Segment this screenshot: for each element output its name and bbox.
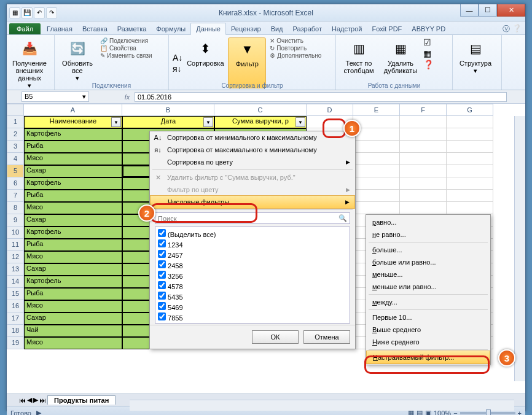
whatif-icon[interactable]: ❓ xyxy=(423,60,434,69)
filter-search-box[interactable]: 🔍 xyxy=(155,212,350,224)
maximize-button[interactable]: ☐ xyxy=(479,4,497,17)
filter-value-checkbox[interactable]: 3256 xyxy=(157,270,348,281)
sort-desc-icon[interactable]: я↓ xyxy=(173,64,182,74)
filter-value-checkbox[interactable]: 7855 xyxy=(157,312,348,322)
zoom-in-icon[interactable]: + xyxy=(518,409,522,416)
filter-value-checkbox[interactable]: 5469 xyxy=(157,301,348,312)
row-header[interactable]: 18 xyxy=(7,325,24,337)
row-header[interactable]: 1 xyxy=(7,116,24,128)
submenu-item[interactable]: больше... xyxy=(366,244,490,256)
save-icon[interactable]: 💾 xyxy=(22,7,33,18)
row-header[interactable]: 13 xyxy=(7,263,24,276)
data-validation-icon[interactable]: ☑ xyxy=(423,37,434,47)
connections-button[interactable]: 🔗 Подключения xyxy=(100,37,152,44)
text-to-columns-button[interactable]: ▥Текст по столбцам xyxy=(340,37,378,88)
cancel-button[interactable]: Отмена xyxy=(303,330,350,344)
consolidate-icon[interactable]: ▦ xyxy=(423,48,434,58)
get-external-data-button[interactable]: 📥Получение внешних данных ▾ xyxy=(10,37,49,90)
refresh-all-button[interactable]: 🔄Обновить все ▾ xyxy=(58,37,96,88)
number-filters-item[interactable]: Числовые фильтры▶ xyxy=(150,195,355,209)
tab-foxit[interactable]: Foxit PDF xyxy=(367,23,407,34)
header-cell-date[interactable]: Дата▼ xyxy=(122,116,214,128)
data-cell[interactable]: Картофель xyxy=(24,227,122,239)
row-header[interactable]: 5 xyxy=(7,165,24,177)
data-cell[interactable]: Рыба xyxy=(24,288,122,300)
close-button[interactable]: ✕ xyxy=(497,4,525,17)
submenu-item[interactable]: Ниже среднего xyxy=(366,336,490,348)
vertical-scrollbar[interactable] xyxy=(514,116,525,381)
tab-layout[interactable]: Разметка xyxy=(112,23,152,34)
sheet-tab[interactable]: Продукты питан xyxy=(47,395,115,405)
filter-value-checkbox[interactable]: 5435 xyxy=(157,291,348,301)
submenu-item[interactable]: Настраиваемый фильтр... xyxy=(366,351,490,364)
submenu-item[interactable]: Выше среднего xyxy=(366,324,490,336)
tab-nav-prev-icon[interactable]: ◀ xyxy=(27,396,32,404)
row-header[interactable]: 11 xyxy=(7,239,24,251)
row-header[interactable]: 6 xyxy=(7,177,24,190)
col-header-d[interactable]: D xyxy=(307,104,353,116)
col-header-g[interactable]: G xyxy=(447,104,493,116)
redo-icon[interactable]: ↷ xyxy=(46,7,57,18)
row-header[interactable]: 12 xyxy=(7,251,24,263)
tab-home[interactable]: Главная xyxy=(42,23,77,34)
tab-insert[interactable]: Вставка xyxy=(77,23,112,34)
submenu-item[interactable]: больше или равно... xyxy=(366,256,490,268)
outline-button[interactable]: ▤Структура ▾ xyxy=(456,37,495,88)
name-box[interactable]: B5▾ xyxy=(22,91,89,102)
data-cell[interactable]: Рыба xyxy=(24,190,122,202)
filter-value-list[interactable]: (Выделить все) 1234 2457 2458 3256 4578 … xyxy=(155,227,350,324)
macro-icon[interactable]: ▶ xyxy=(36,409,41,415)
filter-value-checkbox[interactable]: 4578 xyxy=(157,281,348,291)
sort-by-color-item[interactable]: Сортировка по цвету▶ xyxy=(150,156,355,168)
row-header[interactable]: 4 xyxy=(7,153,24,165)
tab-nav-first-icon[interactable]: ⏮ xyxy=(19,397,26,404)
filter-arrow-icon[interactable]: ▼ xyxy=(203,117,213,127)
undo-icon[interactable]: ↶ xyxy=(34,7,45,18)
data-cell[interactable]: Мясо xyxy=(24,153,122,165)
col-header-e[interactable]: E xyxy=(353,104,400,116)
filter-arrow-icon[interactable]: ▼ xyxy=(111,117,121,127)
zoom-slider[interactable] xyxy=(460,412,515,414)
filter-button[interactable]: ▼Фильтр xyxy=(228,37,266,88)
data-cell[interactable]: Рыба xyxy=(24,141,122,153)
horizontal-scrollbar[interactable] xyxy=(130,400,514,411)
filter-value-checkbox[interactable]: 1234 xyxy=(157,239,348,249)
tab-review[interactable]: Рецензир xyxy=(226,23,266,34)
data-cell[interactable]: Мясо xyxy=(24,202,122,214)
row-header[interactable]: 7 xyxy=(7,190,24,202)
col-header-c[interactable]: C xyxy=(214,104,307,116)
sort-button[interactable]: ⬍Сортировка xyxy=(186,37,224,88)
tab-formulas[interactable]: Формулы xyxy=(151,23,190,34)
row-header[interactable]: 17 xyxy=(7,312,24,325)
data-cell[interactable]: Картофель xyxy=(24,177,122,190)
sort-ascending-item[interactable]: A↓Сортировка от минимального к максималь… xyxy=(150,131,355,144)
data-cell[interactable]: Чай xyxy=(24,325,122,337)
select-all-checkbox[interactable]: (Выделить все) xyxy=(157,228,348,239)
reapply-button[interactable]: ↻ Повторить xyxy=(270,45,321,52)
remove-duplicates-button[interactable]: ▦Удалить дубликаты xyxy=(381,37,420,88)
submenu-item[interactable]: меньше... xyxy=(366,268,490,281)
header-cell-revenue[interactable]: Сумма выручки, р▼ xyxy=(214,116,307,128)
file-tab[interactable]: Файл xyxy=(9,23,41,34)
edit-links-button[interactable]: ✎ Изменить связи xyxy=(100,52,152,59)
data-cell[interactable]: Мясо xyxy=(24,251,122,263)
sort-descending-item[interactable]: я↓Сортировка от максимального к минималь… xyxy=(150,144,355,156)
minimize-button[interactable]: — xyxy=(460,4,479,17)
row-header[interactable]: 8 xyxy=(7,202,24,214)
submenu-item[interactable]: между... xyxy=(366,296,490,308)
data-cell[interactable]: Картофель xyxy=(24,128,122,141)
row-header[interactable]: 9 xyxy=(7,214,24,227)
advanced-button[interactable]: ⚙ Дополнительно xyxy=(270,52,321,59)
col-header-f[interactable]: F xyxy=(400,104,447,116)
tab-developer[interactable]: Разработ xyxy=(288,23,327,34)
tab-data[interactable]: Данные xyxy=(190,23,226,35)
submenu-item[interactable]: равно... xyxy=(366,216,490,228)
row-header[interactable]: 2 xyxy=(7,128,24,141)
submenu-item[interactable]: Первые 10... xyxy=(366,311,490,324)
tab-abbyy[interactable]: ABBYY PD xyxy=(407,23,450,34)
filter-value-checkbox[interactable]: 8566 xyxy=(157,322,348,324)
submenu-item[interactable]: не равно... xyxy=(366,228,490,241)
data-cell[interactable]: Сахар xyxy=(24,214,122,227)
minimize-ribbon-icon[interactable]: ⓥ xyxy=(503,24,510,34)
row-header[interactable]: 16 xyxy=(7,300,24,312)
